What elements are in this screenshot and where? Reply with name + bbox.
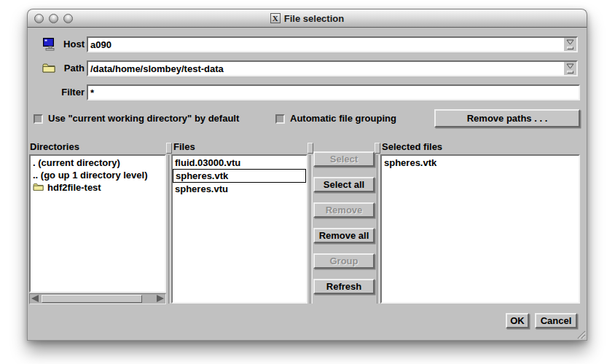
path-label: Path bbox=[47, 60, 85, 76]
remove-all-button[interactable]: Remove all bbox=[313, 228, 375, 243]
selected-files-header: Selected files bbox=[382, 141, 442, 152]
directories-list[interactable]: . (current directory) .. (go up 1 direct… bbox=[29, 154, 166, 293]
host-label: Host bbox=[47, 36, 85, 52]
select-button[interactable]: Select bbox=[313, 151, 375, 167]
ok-button[interactable]: OK bbox=[506, 313, 529, 328]
filter-field bbox=[87, 84, 580, 100]
x11-icon: X bbox=[270, 13, 281, 23]
chevron-down-icon bbox=[566, 39, 574, 45]
splitter-grip[interactable] bbox=[166, 143, 172, 154]
list-item[interactable]: .. (go up 1 directory level) bbox=[31, 169, 165, 181]
list-item-selected[interactable]: spheres.vtk bbox=[173, 169, 306, 183]
directories-header: Directories bbox=[30, 141, 79, 152]
chevron-down-icon bbox=[566, 63, 574, 69]
list-item[interactable]: spheres.vtk bbox=[382, 157, 579, 169]
scrollbar-thumb[interactable] bbox=[42, 295, 142, 303]
list-item[interactable]: hdf2file-test bbox=[31, 181, 165, 194]
splitter-grip[interactable] bbox=[375, 143, 380, 154]
files-list[interactable]: fluid.03000.vtu spheres.vtk spheres.vtu bbox=[171, 154, 308, 304]
use-cwd-label: Use "current working directory" by defau… bbox=[48, 109, 239, 128]
file-selection-window: X File selection Host bbox=[27, 9, 587, 341]
path-input[interactable] bbox=[88, 62, 564, 75]
remove-button[interactable]: Remove bbox=[313, 202, 375, 218]
group-button[interactable]: Group bbox=[313, 253, 375, 269]
splitter-grip[interactable] bbox=[308, 143, 313, 154]
folder-icon bbox=[33, 182, 44, 194]
splitter-handle[interactable] bbox=[375, 143, 380, 304]
dialog-content: Host Path bbox=[27, 28, 587, 341]
remove-paths-button[interactable]: Remove paths . . . bbox=[434, 109, 580, 127]
scroll-left-arrow-icon[interactable] bbox=[31, 295, 39, 302]
auto-grouping-label: Automatic file grouping bbox=[290, 109, 396, 128]
scroll-right-arrow-icon[interactable] bbox=[157, 295, 164, 302]
list-item[interactable]: spheres.vtu bbox=[173, 183, 306, 195]
title-area: X File selection bbox=[28, 9, 587, 27]
host-field bbox=[87, 36, 578, 52]
select-all-button[interactable]: Select all bbox=[313, 177, 375, 192]
window-title: File selection bbox=[284, 13, 344, 24]
selected-files-list[interactable]: spheres.vtk bbox=[380, 154, 580, 304]
auto-grouping-checkbox[interactable] bbox=[275, 114, 285, 124]
cancel-button[interactable]: Cancel bbox=[535, 313, 577, 328]
list-item[interactable]: fluid.03000.vtu bbox=[173, 157, 306, 169]
filter-label: Filter bbox=[39, 84, 85, 100]
path-dropdown-button[interactable] bbox=[564, 62, 576, 75]
use-cwd-checkbox[interactable] bbox=[34, 114, 43, 124]
path-field bbox=[87, 60, 578, 76]
titlebar[interactable]: X File selection bbox=[27, 9, 587, 28]
splitter-handle[interactable] bbox=[308, 143, 313, 304]
files-header: Files bbox=[173, 141, 195, 152]
refresh-button[interactable]: Refresh bbox=[313, 279, 375, 294]
host-dropdown-button[interactable] bbox=[564, 38, 576, 51]
directories-horizontal-scrollbar[interactable] bbox=[29, 293, 166, 304]
filter-input[interactable] bbox=[88, 86, 579, 99]
list-item[interactable]: . (current directory) bbox=[31, 157, 165, 169]
resize-grip-icon[interactable] bbox=[575, 328, 586, 339]
host-input[interactable] bbox=[88, 38, 564, 51]
